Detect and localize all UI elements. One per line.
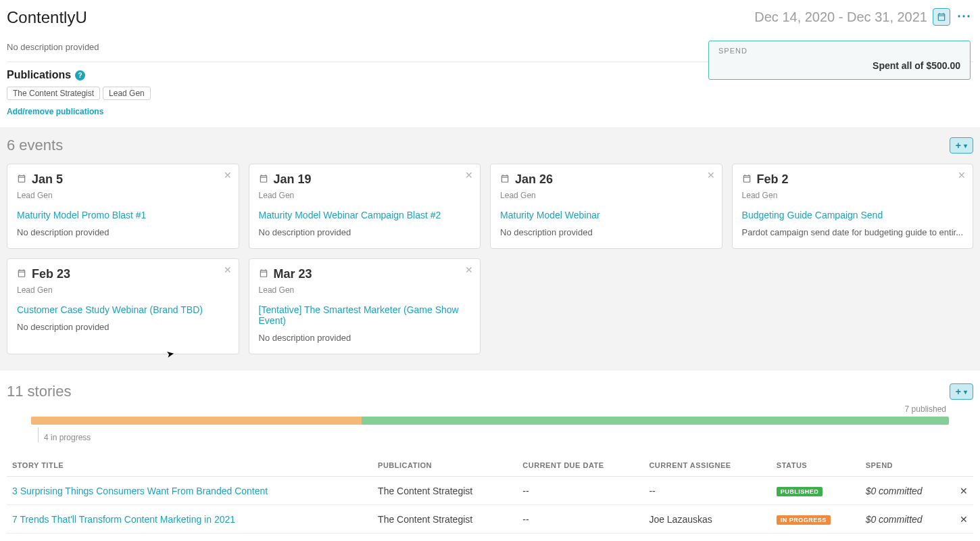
stories-table: STORY TITLEPUBLICATIONCURRENT DUE DATECU… xyxy=(7,454,973,541)
publication-chips: The Content StrategistLead Gen xyxy=(7,87,973,100)
event-title-link[interactable]: Customer Case Study Webinar (Brand TBD) xyxy=(17,304,229,315)
event-card[interactable]: ✕Feb 2Lead GenBudgeting Guide Campaign S… xyxy=(732,164,973,249)
calendar-icon xyxy=(17,268,26,280)
close-icon[interactable]: ✕ xyxy=(707,170,715,181)
calendar-icon xyxy=(259,268,268,280)
story-spend: $0 committed xyxy=(860,505,953,534)
add-story-button[interactable]: +▾ xyxy=(950,383,973,400)
event-card[interactable]: ✕Jan 5Lead GenMaturity Model Promo Blast… xyxy=(7,164,239,249)
stories-count: 11 stories xyxy=(7,383,71,400)
published-count-label: 7 published xyxy=(7,404,973,414)
event-category: Lead Gen xyxy=(17,191,229,200)
calendar-icon xyxy=(937,12,946,22)
event-category: Lead Gen xyxy=(259,285,471,295)
event-date: Mar 23 xyxy=(274,267,312,281)
events-count: 6 events xyxy=(7,137,63,154)
table-row: Contently's Content Measurement Maturity… xyxy=(7,534,973,542)
event-description: No description provided xyxy=(259,333,471,343)
story-spend: $0 committed xyxy=(860,477,953,505)
more-vertical-icon: ⋮ xyxy=(962,9,966,24)
event-category: Lead Gen xyxy=(259,191,471,200)
story-assignee: -- xyxy=(643,534,770,542)
event-date: Feb 23 xyxy=(32,267,70,281)
story-title-link[interactable]: 7 Trends That'll Transform Content Marke… xyxy=(12,514,235,525)
event-title-link[interactable]: Maturity Model Promo Blast #1 xyxy=(17,210,229,220)
calendar-icon xyxy=(17,174,26,185)
event-category: Lead Gen xyxy=(742,191,963,200)
event-title-link[interactable]: Budgeting Guide Campaign Send xyxy=(742,210,963,220)
page-title: ContentlyU xyxy=(7,8,87,27)
column-header[interactable]: PUBLICATION xyxy=(372,454,517,477)
in-progress-segment xyxy=(31,417,362,425)
date-range: Dec 14, 2020 - Dec 31, 2021 xyxy=(754,9,927,25)
event-card[interactable]: ✕Jan 19Lead GenMaturity Model Webinar Ca… xyxy=(249,164,481,249)
spend-panel: SPEND Spent all of $500.00 xyxy=(708,41,971,80)
close-icon[interactable]: ✕ xyxy=(465,170,473,181)
event-description: No description provided xyxy=(17,227,229,237)
event-description: No description provided xyxy=(259,227,471,237)
caret-down-icon: ▾ xyxy=(964,142,967,149)
column-header[interactable]: STORY TITLE xyxy=(7,454,372,477)
event-title-link[interactable]: [Tentative] The Smartest Marketer (Game … xyxy=(259,304,471,326)
status-badge: PUBLISHED xyxy=(777,487,823,496)
story-assignee: -- xyxy=(643,477,770,505)
event-date: Feb 2 xyxy=(757,172,789,187)
event-description: Pardot campaign send date for budgeting … xyxy=(742,227,963,237)
story-assignee: Joe Lazauskas xyxy=(643,505,770,534)
calendar-button[interactable] xyxy=(933,8,950,26)
event-title-link[interactable]: Maturity Model Webinar xyxy=(500,210,712,220)
story-spend: $0 committed xyxy=(860,534,953,542)
event-description: No description provided xyxy=(500,227,712,237)
calendar-icon xyxy=(259,174,268,185)
event-category: Lead Gen xyxy=(500,191,712,200)
event-category: Lead Gen xyxy=(17,285,229,295)
publications-title: Publications xyxy=(7,69,71,81)
close-icon[interactable]: ✕ xyxy=(958,170,966,181)
plus-icon: + xyxy=(956,386,961,397)
event-card[interactable]: ✕Feb 23Lead GenCustomer Case Study Webin… xyxy=(7,258,239,354)
remove-row-icon[interactable]: ✕ xyxy=(953,534,973,542)
add-event-button[interactable]: +▾ xyxy=(950,137,973,154)
calendar-icon xyxy=(500,174,510,185)
spend-label: SPEND xyxy=(718,47,960,55)
story-due-date: -- xyxy=(517,534,643,542)
close-icon[interactable]: ✕ xyxy=(224,264,232,275)
more-menu-button[interactable]: ⋮ xyxy=(956,8,973,26)
stories-progress-bar xyxy=(31,417,949,425)
publication-chip[interactable]: The Content Strategist xyxy=(7,87,100,100)
event-date: Jan 5 xyxy=(32,172,63,187)
mouse-cursor-icon: ➤ xyxy=(166,348,176,360)
event-date: Jan 19 xyxy=(274,172,312,187)
event-description: No description provided xyxy=(17,322,229,332)
story-due-date: -- xyxy=(517,477,643,505)
add-remove-publications-link[interactable]: Add/remove publications xyxy=(7,107,103,116)
plus-icon: + xyxy=(956,140,961,151)
column-header[interactable]: CURRENT ASSIGNEE xyxy=(643,454,770,477)
publication-chip[interactable]: Lead Gen xyxy=(103,87,151,100)
calendar-icon xyxy=(742,174,752,185)
story-publication: The Content Strategist xyxy=(372,477,517,505)
published-segment xyxy=(362,417,949,425)
spend-value: Spent all of $500.00 xyxy=(873,60,960,71)
event-title-link[interactable]: Maturity Model Webinar Campaign Blast #2 xyxy=(259,210,471,220)
table-row: 3 Surprising Things Consumers Want From … xyxy=(7,477,973,505)
help-icon[interactable]: ? xyxy=(75,70,85,80)
column-header[interactable]: STATUS xyxy=(771,454,860,477)
column-header[interactable]: SPEND xyxy=(860,454,953,477)
remove-row-icon[interactable]: ✕ xyxy=(953,505,973,534)
in-progress-count-label: 4 in progress xyxy=(44,433,91,442)
table-row: 7 Trends That'll Transform Content Marke… xyxy=(7,505,973,534)
story-publication: The Content Strategist xyxy=(372,534,517,542)
remove-row-icon[interactable]: ✕ xyxy=(953,477,973,505)
close-icon[interactable]: ✕ xyxy=(465,264,473,275)
event-date: Jan 26 xyxy=(515,172,553,187)
story-title-link[interactable]: 3 Surprising Things Consumers Want From … xyxy=(12,486,268,496)
story-due-date: -- xyxy=(517,505,643,534)
caret-down-icon: ▾ xyxy=(964,388,967,396)
event-card[interactable]: ✕Mar 23Lead Gen[Tentative] The Smartest … xyxy=(249,258,481,354)
story-publication: The Content Strategist xyxy=(372,505,517,534)
event-card[interactable]: ✕Jan 26Lead GenMaturity Model WebinarNo … xyxy=(490,164,722,249)
column-header[interactable]: CURRENT DUE DATE xyxy=(517,454,643,477)
close-icon[interactable]: ✕ xyxy=(224,170,232,181)
status-badge: IN PROGRESS xyxy=(777,515,831,525)
